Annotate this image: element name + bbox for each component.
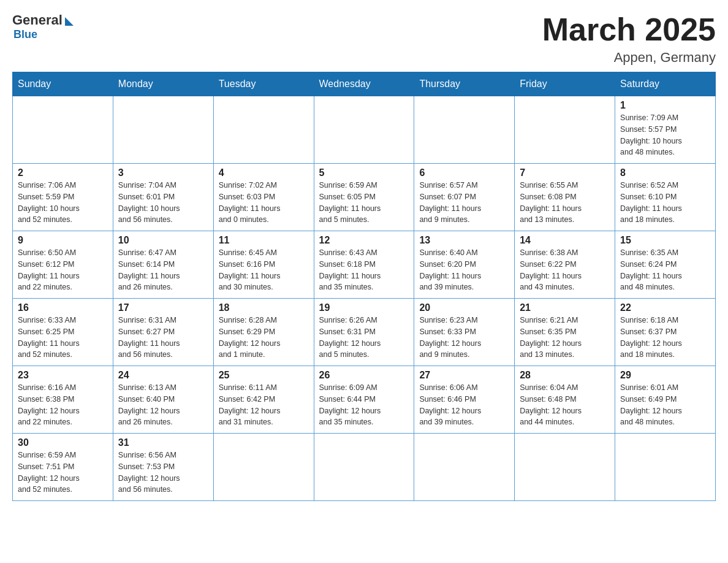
calendar-cell [113,96,213,164]
day-number: 12 [319,235,409,246]
calendar-week-4: 16Sunrise: 6:33 AM Sunset: 6:25 PM Dayli… [13,299,716,366]
logo-general: General [12,12,74,28]
day-info: Sunrise: 6:35 AM Sunset: 6:24 PM Dayligh… [620,247,710,293]
day-info: Sunrise: 6:31 AM Sunset: 6:27 PM Dayligh… [118,315,208,361]
day-number: 29 [620,370,710,381]
day-info: Sunrise: 6:09 AM Sunset: 6:44 PM Dayligh… [319,382,409,428]
calendar-cell [414,96,515,164]
day-info: Sunrise: 6:47 AM Sunset: 6:14 PM Dayligh… [118,247,208,293]
calendar-cell: 7Sunrise: 6:55 AM Sunset: 6:08 PM Daylig… [515,164,615,231]
calendar-cell: 16Sunrise: 6:33 AM Sunset: 6:25 PM Dayli… [13,299,113,366]
day-number: 16 [18,302,108,313]
day-info: Sunrise: 6:06 AM Sunset: 6:46 PM Dayligh… [419,382,509,428]
day-number: 28 [520,370,610,381]
day-number: 9 [18,235,108,246]
day-info: Sunrise: 7:04 AM Sunset: 6:01 PM Dayligh… [118,180,208,226]
day-info: Sunrise: 7:09 AM Sunset: 5:57 PM Dayligh… [620,112,710,158]
calendar-cell: 29Sunrise: 6:01 AM Sunset: 6:49 PM Dayli… [615,366,716,434]
day-number: 8 [620,167,710,178]
calendar-cell: 31Sunrise: 6:56 AM Sunset: 7:53 PM Dayli… [113,434,213,501]
day-info: Sunrise: 6:52 AM Sunset: 6:10 PM Dayligh… [620,180,710,226]
calendar-cell [615,434,716,501]
weekday-header-wednesday: Wednesday [314,72,414,96]
calendar-cell [213,96,314,164]
weekday-header-sunday: Sunday [13,72,113,96]
calendar-cell: 18Sunrise: 6:28 AM Sunset: 6:29 PM Dayli… [213,299,314,366]
day-number: 14 [520,235,610,246]
day-info: Sunrise: 6:21 AM Sunset: 6:35 PM Dayligh… [520,315,610,361]
day-number: 20 [419,302,509,313]
day-info: Sunrise: 6:43 AM Sunset: 6:18 PM Dayligh… [319,247,409,293]
weekday-header-friday: Friday [515,72,615,96]
calendar-week-6: 30Sunrise: 6:59 AM Sunset: 7:51 PM Dayli… [13,434,716,501]
day-info: Sunrise: 6:50 AM Sunset: 6:12 PM Dayligh… [18,247,108,293]
calendar-cell: 15Sunrise: 6:35 AM Sunset: 6:24 PM Dayli… [615,231,716,299]
calendar-cell: 8Sunrise: 6:52 AM Sunset: 6:10 PM Daylig… [615,164,716,231]
month-title: March 2025 [542,12,716,47]
day-info: Sunrise: 6:33 AM Sunset: 6:25 PM Dayligh… [18,315,108,361]
day-number: 7 [520,167,610,178]
calendar-cell: 25Sunrise: 6:11 AM Sunset: 6:42 PM Dayli… [213,366,314,434]
calendar-cell: 30Sunrise: 6:59 AM Sunset: 7:51 PM Dayli… [13,434,113,501]
calendar-cell: 13Sunrise: 6:40 AM Sunset: 6:20 PM Dayli… [414,231,515,299]
day-info: Sunrise: 6:38 AM Sunset: 6:22 PM Dayligh… [520,247,610,293]
day-number: 26 [319,370,409,381]
day-info: Sunrise: 6:55 AM Sunset: 6:08 PM Dayligh… [520,180,610,226]
calendar-cell: 14Sunrise: 6:38 AM Sunset: 6:22 PM Dayli… [515,231,615,299]
calendar-cell: 24Sunrise: 6:13 AM Sunset: 6:40 PM Dayli… [113,366,213,434]
calendar-cell [414,434,515,501]
calendar-cell: 12Sunrise: 6:43 AM Sunset: 6:18 PM Dayli… [314,231,414,299]
day-info: Sunrise: 7:02 AM Sunset: 6:03 PM Dayligh… [219,180,309,226]
calendar-cell: 22Sunrise: 6:18 AM Sunset: 6:37 PM Dayli… [615,299,716,366]
calendar-cell: 27Sunrise: 6:06 AM Sunset: 6:46 PM Dayli… [414,366,515,434]
day-info: Sunrise: 6:59 AM Sunset: 7:51 PM Dayligh… [18,450,108,496]
logo: General Blue [12,12,74,41]
day-number: 24 [118,370,208,381]
day-info: Sunrise: 6:56 AM Sunset: 7:53 PM Dayligh… [118,450,208,496]
calendar-cell: 20Sunrise: 6:23 AM Sunset: 6:33 PM Dayli… [414,299,515,366]
day-info: Sunrise: 7:06 AM Sunset: 5:59 PM Dayligh… [18,180,108,226]
page-header: General Blue March 2025 Appen, Germany [12,12,716,66]
day-info: Sunrise: 6:45 AM Sunset: 6:16 PM Dayligh… [219,247,309,293]
logo-general-text: General [12,12,63,28]
calendar-cell: 5Sunrise: 6:59 AM Sunset: 6:05 PM Daylig… [314,164,414,231]
calendar-week-1: 1Sunrise: 7:09 AM Sunset: 5:57 PM Daylig… [13,96,716,164]
calendar-cell: 21Sunrise: 6:21 AM Sunset: 6:35 PM Dayli… [515,299,615,366]
calendar-cell [13,96,113,164]
day-info: Sunrise: 6:23 AM Sunset: 6:33 PM Dayligh… [419,315,509,361]
weekday-header-thursday: Thursday [414,72,515,96]
day-info: Sunrise: 6:28 AM Sunset: 6:29 PM Dayligh… [219,315,309,361]
day-number: 25 [219,370,309,381]
calendar-week-2: 2Sunrise: 7:06 AM Sunset: 5:59 PM Daylig… [13,164,716,231]
day-info: Sunrise: 6:57 AM Sunset: 6:07 PM Dayligh… [419,180,509,226]
calendar-cell: 28Sunrise: 6:04 AM Sunset: 6:48 PM Dayli… [515,366,615,434]
calendar-cell: 4Sunrise: 7:02 AM Sunset: 6:03 PM Daylig… [213,164,314,231]
calendar-cell: 6Sunrise: 6:57 AM Sunset: 6:07 PM Daylig… [414,164,515,231]
day-info: Sunrise: 6:18 AM Sunset: 6:37 PM Dayligh… [620,315,710,361]
day-number: 13 [419,235,509,246]
day-number: 6 [419,167,509,178]
calendar-week-5: 23Sunrise: 6:16 AM Sunset: 6:38 PM Dayli… [13,366,716,434]
day-number: 5 [319,167,409,178]
day-number: 31 [118,437,208,448]
logo-triangle-icon [65,17,74,26]
calendar-table: SundayMondayTuesdayWednesdayThursdayFrid… [12,72,716,501]
day-number: 1 [620,100,710,111]
calendar-cell: 1Sunrise: 7:09 AM Sunset: 5:57 PM Daylig… [615,96,716,164]
calendar-cell [213,434,314,501]
location-title: Appen, Germany [542,50,716,66]
day-number: 4 [219,167,309,178]
day-info: Sunrise: 6:26 AM Sunset: 6:31 PM Dayligh… [319,315,409,361]
calendar-cell: 23Sunrise: 6:16 AM Sunset: 6:38 PM Dayli… [13,366,113,434]
day-number: 23 [18,370,108,381]
day-number: 10 [118,235,208,246]
day-number: 21 [520,302,610,313]
day-info: Sunrise: 6:04 AM Sunset: 6:48 PM Dayligh… [520,382,610,428]
day-number: 18 [219,302,309,313]
calendar-cell: 11Sunrise: 6:45 AM Sunset: 6:16 PM Dayli… [213,231,314,299]
calendar-cell [515,434,615,501]
day-info: Sunrise: 6:11 AM Sunset: 6:42 PM Dayligh… [219,382,309,428]
calendar-cell: 9Sunrise: 6:50 AM Sunset: 6:12 PM Daylig… [13,231,113,299]
calendar-cell [314,434,414,501]
calendar-cell: 3Sunrise: 7:04 AM Sunset: 6:01 PM Daylig… [113,164,213,231]
